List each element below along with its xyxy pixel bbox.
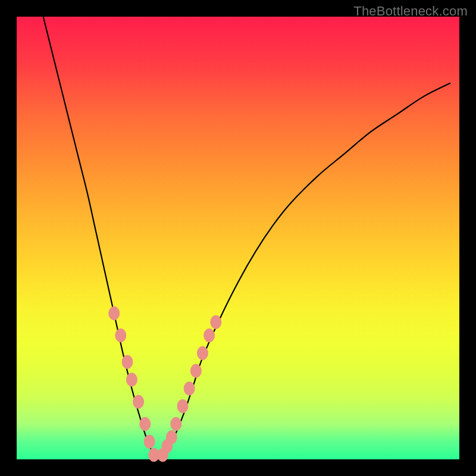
bead-marker [144,435,155,449]
curve-left-branch [43,17,158,459]
bead-marker [126,373,137,387]
curve-right-branch [158,83,450,459]
bead-marker [204,328,215,342]
bead-marker [211,315,221,329]
bead-marker [140,417,151,431]
beads-right-group [158,315,221,462]
bead-marker [166,431,177,444]
bead-marker [133,395,144,409]
bead-marker [197,346,208,360]
bead-marker [171,417,181,431]
bead-marker [122,355,133,369]
bead-marker [184,382,195,396]
bead-marker [115,328,126,342]
chart-outer-frame: TheBottleneck.com [0,0,476,476]
beads-left-group [109,306,159,462]
bead-marker [177,399,188,413]
bead-marker [109,306,120,320]
bead-marker [190,364,201,378]
chart-svg [17,17,459,459]
